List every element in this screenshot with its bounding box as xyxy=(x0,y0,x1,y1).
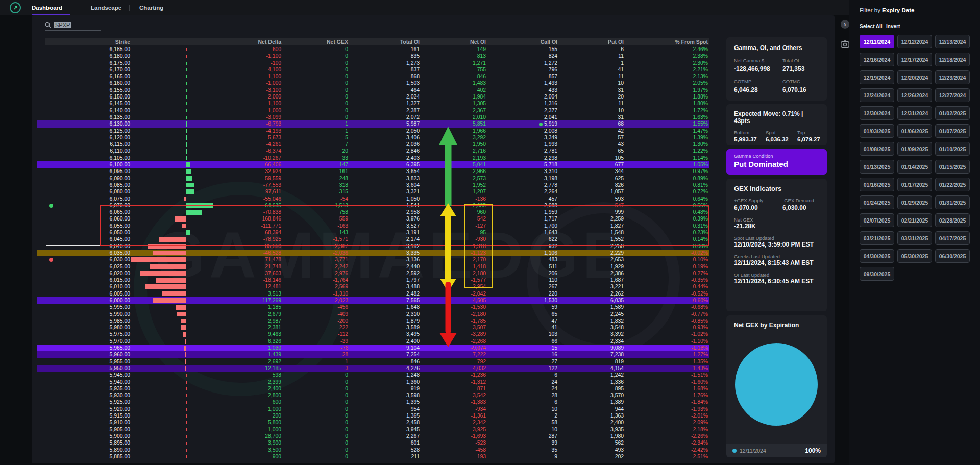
expiry-date-button-01-13-2025[interactable]: 01/13/2025 xyxy=(860,160,894,174)
table-row-strike-598500[interactable]: 5,985.002,987-2001,879-1,785471,832-0.85… xyxy=(37,317,709,324)
expiry-date-button-12-12-2024[interactable]: 12/12/2024 xyxy=(897,35,932,48)
expiry-date-button-01-08-2025[interactable]: 01/08/2025 xyxy=(860,142,894,156)
table-row-strike-613500[interactable]: 6,135.00-3,09902,0722,0102,041311.63% xyxy=(37,114,709,120)
expiry-date-button-02-28-2025[interactable]: 02/28/2025 xyxy=(935,213,970,227)
collapse-sidebar-icon[interactable]: › xyxy=(841,20,849,29)
table-row-strike-611000[interactable]: 6,110.00-6,374202,8462,7162,781651.22% xyxy=(37,148,709,154)
expiry-date-button-12-26-2024[interactable]: 12/26/2024 xyxy=(897,88,932,102)
table-row-strike-600500[interactable]: 6,005.003,513-1,3102,482-2,0422202,262-0… xyxy=(37,290,709,297)
table-row-strike-593000[interactable]: 5,930.002,80003,598-3,542283,570-1.76% xyxy=(37,392,709,399)
expiry-date-button-01-07-2025[interactable]: 01/07/2025 xyxy=(935,124,970,138)
expiry-date-button-01-15-2025[interactable]: 01/15/2025 xyxy=(935,160,970,174)
expiry-date-button-01-06-2025[interactable]: 01/06/2025 xyxy=(897,124,932,138)
table-row-strike-605000[interactable]: 6,050.00-68,3941433,191951,6431,5480.23% xyxy=(37,229,709,236)
table-row-strike-595500[interactable]: 5,955.002,692-1846-79227819-1.35% xyxy=(37,358,709,365)
expiry-date-button-01-14-2025[interactable]: 01/14/2025 xyxy=(897,160,932,174)
table-row-strike-608500[interactable]: 6,085.00-77,5533183,6041,9522,7788260.81… xyxy=(37,182,709,188)
table-row-strike-612500[interactable]: 6,125.00-4,19312,0501,9662,008421.47% xyxy=(37,128,709,134)
expiry-date-button-01-17-2025[interactable]: 01/17/2025 xyxy=(897,178,932,191)
table-row-strike-601000[interactable]: 6,010.00-12,481-2,5693,488-2,9542673,221… xyxy=(37,283,709,290)
expiry-date-button-04-30-2025[interactable]: 04/30/2025 xyxy=(860,249,894,263)
net-gex-pie-chart[interactable] xyxy=(735,343,818,426)
expiry-date-button-12-16-2024[interactable]: 12/16/2024 xyxy=(860,53,894,66)
expiry-date-button-12-20-2024[interactable]: 12/20/2024 xyxy=(897,70,932,84)
table-row-strike-610500[interactable]: 6,105.00-10,267332,4032,1932,2981051.14% xyxy=(37,155,709,161)
table-row-strike-597000[interactable]: 5,970.006,326-392,400-2,268662,334-1.10% xyxy=(37,338,709,345)
table-row-strike-592000[interactable]: 5,920.001,0000954-93410944-1.93% xyxy=(37,406,709,412)
table-row-strike-593500[interactable]: 5,935.002,4000919-87124895-1.68% xyxy=(37,385,709,392)
expiry-date-button-12-30-2024[interactable]: 12/30/2024 xyxy=(860,106,894,120)
table-row-strike-600000[interactable]: 6,000.00117,269-2,0237,565-4,5051,5306,0… xyxy=(37,297,709,304)
table-row-strike-613000[interactable]: 6,130.00-6,79315,9875,8515,919681.55% xyxy=(37,120,709,127)
table-row-strike-590000[interactable]: 5,900.0028,70002,267-1,6932871,980-2.26% xyxy=(37,433,709,439)
expiry-date-button-01-02-2025[interactable]: 01/02/2025 xyxy=(935,106,970,120)
expiry-date-button-12-18-2024[interactable]: 12/18/2024 xyxy=(935,53,970,66)
table-row-strike-604500[interactable]: 6,045.00-78,925-1,5712,174-9306221,5520.… xyxy=(37,236,709,242)
table-row-strike-595000[interactable]: 5,950.0012,185-34,276-4,0321224,154-1.43… xyxy=(37,365,709,372)
expiry-date-button-01-31-2025[interactable]: 01/31/2025 xyxy=(935,195,970,209)
select-all-link[interactable]: Select All xyxy=(860,23,883,29)
expiry-date-button-12-24-2024[interactable]: 12/24/2024 xyxy=(860,88,894,102)
table-row-strike-606000[interactable]: 6,060.00-168,846-5593,976-5421,7172,2590… xyxy=(37,215,709,222)
expiry-date-button-09-30-2025[interactable]: 09/30/2025 xyxy=(860,267,894,281)
expiry-date-button-12-19-2024[interactable]: 12/19/2024 xyxy=(860,70,894,84)
table-row-strike-615500[interactable]: 6,155.00-3,1000464402433311.97% xyxy=(37,87,709,93)
expiry-date-button-12-17-2024[interactable]: 12/17/2024 xyxy=(897,53,932,66)
expiry-date-button-06-30-2025[interactable]: 06/30/2025 xyxy=(935,249,970,263)
table-row-strike-594000[interactable]: 5,940.002,39901,360-1,312241,336-1.60% xyxy=(37,379,709,385)
table-row-strike-592500[interactable]: 5,925.0060001,395-1,38361,389-1.84% xyxy=(37,399,709,405)
expiry-date-button-03-31-2025[interactable]: 03/31/2025 xyxy=(897,231,932,245)
expiry-date-button-02-07-2025[interactable]: 02/07/2025 xyxy=(860,213,894,227)
table-row-strike-594500[interactable]: 5,945.0059801,248-1,23661,242-1.51% xyxy=(37,372,709,378)
camera-snapshot-icon[interactable] xyxy=(841,40,849,48)
table-row-strike-610000[interactable]: 6,100.00-66,4061476,3955,0415,7186771.05… xyxy=(37,161,709,168)
tab-dashboard[interactable]: Dashboard xyxy=(32,0,62,15)
table-row-strike-612000[interactable]: 6,120.00-5,67353,4063,2923,349571.39% xyxy=(37,134,709,141)
expiry-date-button-01-16-2025[interactable]: 01/16/2025 xyxy=(860,178,894,191)
table-row-strike-615000[interactable]: 6,150.00-2,00002,0241,9842,004201.88% xyxy=(37,93,709,100)
expiry-date-button-05-30-2025[interactable]: 05/30/2025 xyxy=(897,249,932,263)
table-row-strike-605500[interactable]: 6,055.00-111,771-1633,527-1271,7001,8270… xyxy=(37,223,709,229)
table-row-strike-618500[interactable]: 6,185.00-600016114915562.46% xyxy=(37,46,709,53)
pie-legend-item[interactable]: 12/11/2024 100% xyxy=(726,444,827,457)
table-row-strike-601500[interactable]: 6,015.00-18,146-1,7641,797-1,5771101,687… xyxy=(37,277,709,283)
table-row-strike-591500[interactable]: 5,915.0020001,365-1,36121,363-2.01% xyxy=(37,412,709,419)
expiry-date-button-12-31-2024[interactable]: 12/31/2024 xyxy=(897,106,932,120)
table-row-strike-588500[interactable]: 5,885.009000211-1939202-2.51% xyxy=(37,453,709,460)
table-row-strike-591000[interactable]: 5,910.005,80002,458-2,342582,400-2.09% xyxy=(37,419,709,426)
table-row-strike-603500[interactable]: 6,035.00-46,528-2,0363,335-1,1231,1062,2… xyxy=(37,250,709,256)
table-row-strike-589500[interactable]: 5,895.003,9000601-52339562-2.34% xyxy=(37,439,709,446)
expiry-date-button-12-11-2024[interactable]: 12/11/2024 xyxy=(860,35,894,48)
table-row-strike-616000[interactable]: 6,160.00-1,00001,5031,4831,493102.05% xyxy=(37,80,709,86)
table-row-strike-597500[interactable]: 5,975.009,463-1123,495-3,2891033,392-1.0… xyxy=(37,331,709,337)
symbol-search-input[interactable]: SPXP xyxy=(45,19,101,31)
expiry-date-button-01-09-2025[interactable]: 01/09/2025 xyxy=(897,142,932,156)
table-row-strike-602000[interactable]: 6,020.00-37,603-2,9762,592-2,1802062,386… xyxy=(37,270,709,277)
table-row-strike-604000[interactable]: 6,040.00-85,550-2,3673,182-1,3189322,250… xyxy=(37,243,709,250)
table-row-strike-602500[interactable]: 6,025.00-21,748-2,2422,440-1,4185111,929… xyxy=(37,263,709,270)
expiry-date-button-01-24-2025[interactable]: 01/24/2025 xyxy=(860,195,894,209)
expiry-date-button-02-21-2025[interactable]: 02/21/2025 xyxy=(897,213,932,227)
expiry-date-button-01-03-2025[interactable]: 01/03/2025 xyxy=(860,124,894,138)
expiry-date-button-01-10-2025[interactable]: 01/10/2025 xyxy=(935,142,970,156)
table-row-strike-599500[interactable]: 5,995.001,185-4561,648-1,530591,589-0.68… xyxy=(37,304,709,310)
table-row-strike-609500[interactable]: 6,095.00-32,9241613,6542,9663,3103440.97… xyxy=(37,168,709,175)
invert-link[interactable]: Invert xyxy=(886,23,900,29)
table-row-strike-614500[interactable]: 6,145.00-1,10001,3271,3051,316111.80% xyxy=(37,100,709,107)
table-row-strike-609000[interactable]: 6,090.00-59,5592483,8232,5733,1986250.89… xyxy=(37,175,709,182)
table-row-strike-606500[interactable]: 6,065.00-70,8387582,9589601,9599990.48% xyxy=(37,209,709,215)
table-row-strike-607000[interactable]: 6,070.0064,6351,5131,5412,6352,088-5470.… xyxy=(37,202,709,209)
table-row-strike-611500[interactable]: 6,115.00-4,26172,0361,9501,993431.30% xyxy=(37,141,709,148)
table-row-strike-599000[interactable]: 5,990.002,679-4092,310-2,180652,245-0.77… xyxy=(37,311,709,317)
tab-landscape[interactable]: Landscape xyxy=(91,0,121,15)
expiry-date-button-03-21-2025[interactable]: 03/21/2025 xyxy=(860,231,894,245)
table-row-strike-617500[interactable]: 6,175.00-10001,2731,2711,27212.30% xyxy=(37,60,709,66)
table-row-strike-589000[interactable]: 5,890.003,5000528-45835493-2.42% xyxy=(37,447,709,453)
expiry-date-button-12-27-2024[interactable]: 12/27/2024 xyxy=(935,88,970,102)
table-row-strike-608000[interactable]: 6,080.00-97,6113153,3211,2072,2641,0570.… xyxy=(37,188,709,195)
tab-charting[interactable]: Charting xyxy=(139,0,163,15)
table-row-strike-596500[interactable]: 5,965.001,030-769,104-9,074159,089-1.18% xyxy=(37,345,709,351)
app-logo-icon[interactable]: ↗ xyxy=(10,2,21,13)
expiry-date-button-12-23-2024[interactable]: 12/23/2024 xyxy=(935,70,970,84)
table-row-strike-607500[interactable]: 6,075.00-55,046-541,050-1364575930.64% xyxy=(37,195,709,202)
